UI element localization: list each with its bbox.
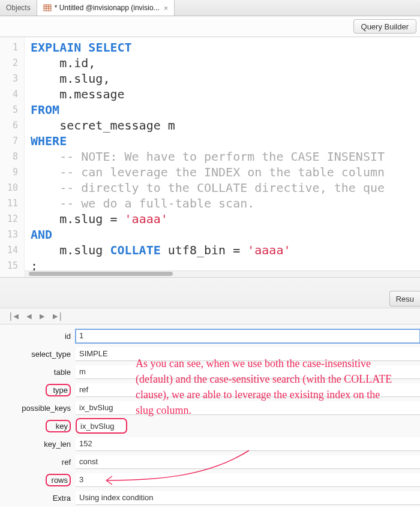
rows-field[interactable] xyxy=(76,473,420,487)
id-field[interactable] xyxy=(76,329,420,343)
key-label: key xyxy=(0,420,76,432)
close-icon[interactable]: × xyxy=(164,4,169,13)
rows-label: rows xyxy=(0,474,76,486)
line-gutter: 123 456 789 101112 131415 xyxy=(0,37,25,277)
tab-objects[interactable]: Objects xyxy=(0,0,37,16)
tab-bar: Objects * Untitled @invisionapp (invisio… xyxy=(0,0,420,16)
horizontal-scrollbar[interactable] xyxy=(24,270,420,277)
select-type-label: select_type xyxy=(0,350,76,359)
next-record-icon[interactable]: ► xyxy=(38,312,46,320)
results-button[interactable]: Resu xyxy=(389,291,420,306)
table-icon xyxy=(43,4,52,12)
table-label: table xyxy=(0,368,76,377)
possible-keys-label: possible_keys xyxy=(0,404,76,413)
scrollbar-thumb[interactable] xyxy=(29,272,173,276)
type-label: type xyxy=(0,384,76,396)
prev-record-icon[interactable]: ◄ xyxy=(25,312,34,320)
first-record-icon[interactable]: |◄ xyxy=(10,312,20,320)
tab-active[interactable]: * Untitled @invisionapp (invisio... × xyxy=(37,0,175,16)
code-editor[interactable]: 123 456 789 101112 131415 EXPLAIN SELECT… xyxy=(0,37,420,278)
tab-active-label: * Untitled @invisionapp (invisio... xyxy=(55,4,160,12)
id-label: id xyxy=(0,332,76,341)
code-body[interactable]: EXPLAIN SELECT m.id, m.slug, m.message F… xyxy=(25,37,420,277)
key-len-label: key_len xyxy=(0,440,76,449)
extra-label: Extra xyxy=(0,494,76,503)
query-builder-button[interactable]: Query Builder xyxy=(353,19,416,34)
last-record-icon[interactable]: ►| xyxy=(51,312,62,320)
ref-label: ref xyxy=(0,458,76,467)
extra-field[interactable] xyxy=(76,491,420,505)
ref-field[interactable] xyxy=(76,455,420,469)
svg-rect-0 xyxy=(44,5,51,11)
key-len-field[interactable] xyxy=(76,437,420,451)
record-nav: |◄ ◄ ► ►| xyxy=(0,308,420,324)
annotation-text: As you can see, when we use both the cas… xyxy=(136,356,400,418)
explain-output: id select_type table type possible_keys … xyxy=(0,324,420,507)
results-toolbar: Resu xyxy=(0,278,420,308)
toolbar: Query Builder xyxy=(0,16,420,37)
tab-objects-label: Objects xyxy=(6,4,31,12)
key-field[interactable] xyxy=(76,418,127,434)
